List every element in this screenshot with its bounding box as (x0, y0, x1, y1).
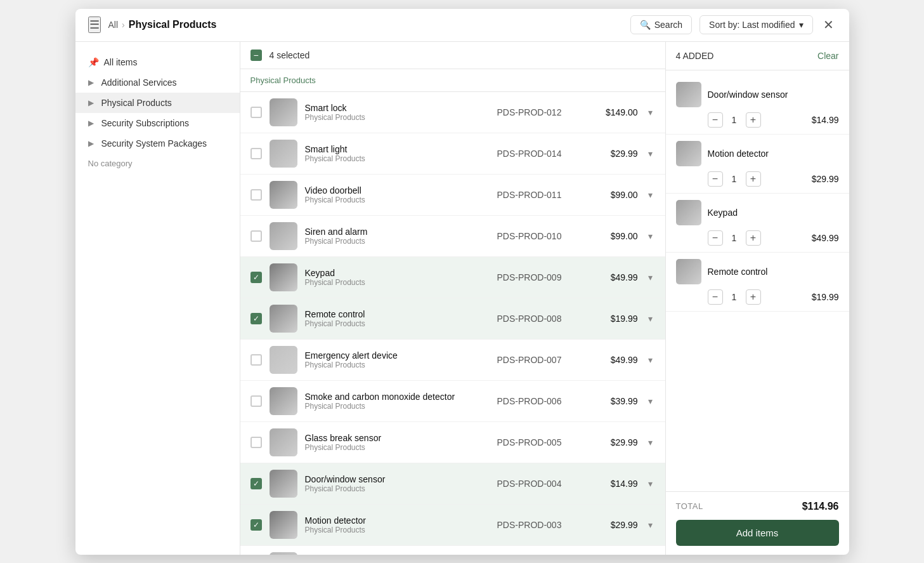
item-checkbox[interactable] (251, 189, 262, 201)
qty-increase-button[interactable]: + (746, 230, 761, 246)
table-row[interactable]: Emergency alert devicePhysical ProductsP… (240, 340, 665, 381)
item-name: Glass break sensor (305, 433, 490, 443)
clear-button[interactable]: Clear (817, 51, 838, 61)
expand-icon[interactable]: ▾ (646, 105, 655, 120)
expand-icon[interactable]: ▾ (646, 394, 655, 409)
close-button[interactable]: ✕ (821, 15, 836, 35)
added-item-image (676, 259, 701, 284)
added-count-label: 4 ADDED (676, 51, 714, 61)
item-name: Emergency alert device (305, 350, 490, 361)
qty-decrease-button[interactable]: − (708, 112, 723, 128)
item-price: $14.99 (587, 479, 638, 489)
item-category: Physical Products (305, 361, 490, 369)
expand-icon[interactable]: ▾ (646, 187, 655, 202)
expand-icon[interactable]: ▾ (646, 517, 655, 533)
sidebar-item-all-items[interactable]: 📌 All items (75, 52, 240, 72)
table-row[interactable]: Siren and alarmPhysical ProductsPDS-PROD… (240, 216, 665, 257)
expand-icon[interactable]: ▾ (646, 311, 655, 326)
item-checkbox[interactable] (251, 437, 262, 448)
item-category: Physical Products (305, 113, 490, 122)
item-checkbox[interactable] (251, 272, 262, 283)
item-info: Smart lockPhysical Products (305, 103, 490, 122)
pin-icon: 📌 (88, 57, 99, 67)
sort-button[interactable]: Sort by: Last modified ▾ (700, 15, 812, 34)
item-checkbox[interactable] (251, 313, 262, 324)
sidebar-item-additional-services[interactable]: ▶ Additional Services (75, 72, 240, 93)
item-checkbox[interactable] (251, 354, 262, 366)
qty-increase-button[interactable]: + (746, 112, 761, 128)
item-price: $49.99 (587, 355, 638, 365)
qty-increase-button[interactable]: + (746, 289, 761, 305)
expand-icon[interactable]: ▾ (646, 352, 655, 368)
table-row[interactable]: Smoke and carbon monoxide detectorPhysic… (240, 381, 665, 422)
item-sku: PDS-PROD-006 (497, 396, 580, 406)
qty-decrease-button[interactable]: − (708, 230, 723, 246)
item-checkbox[interactable] (251, 478, 262, 489)
items-list: Smart lockPhysical ProductsPDS-PROD-012$… (240, 92, 665, 555)
toolbar: − 4 selected (240, 42, 665, 69)
item-price: $149.00 (587, 107, 638, 117)
item-price: $29.99 (587, 520, 638, 530)
sidebar-physical-products-label: Physical Products (101, 98, 172, 108)
table-row[interactable]: Door/window sensorPhysical ProductsPDS-P… (240, 463, 665, 505)
qty-increase-button[interactable]: + (746, 171, 761, 187)
item-checkbox[interactable] (251, 519, 262, 531)
table-row[interactable]: Pet-friendly sensorPhysical ProductsPDS-… (240, 546, 665, 555)
added-item-price: $14.99 (812, 115, 839, 125)
sidebar-item-security-subscriptions[interactable]: ▶ Security Subscriptions (75, 113, 240, 133)
added-item: Motion detector−1+$29.99 (666, 135, 849, 194)
expand-icon[interactable]: ▾ (646, 146, 655, 161)
breadcrumb-all[interactable]: All (108, 20, 119, 30)
added-item-image (676, 141, 701, 166)
item-sku: PDS-PROD-014 (497, 149, 580, 159)
no-category-label: No category (75, 154, 240, 173)
table-row[interactable]: Smart lockPhysical ProductsPDS-PROD-012$… (240, 92, 665, 133)
search-button[interactable]: 🔍 Search (630, 15, 692, 34)
table-row[interactable]: Video doorbellPhysical ProductsPDS-PROD-… (240, 175, 665, 216)
table-row[interactable]: Motion detectorPhysical ProductsPDS-PROD… (240, 505, 665, 546)
item-price: $49.99 (587, 272, 638, 282)
search-label: Search (654, 20, 682, 30)
add-items-button[interactable]: Add items (676, 520, 839, 546)
table-row[interactable]: KeypadPhysical ProductsPDS-PROD-009$49.9… (240, 257, 665, 298)
qty-decrease-button[interactable]: − (708, 171, 723, 187)
item-category: Physical Products (305, 195, 490, 204)
menu-icon[interactable]: ☰ (88, 17, 101, 33)
added-item-price: $29.99 (812, 174, 839, 184)
item-name: Siren and alarm (305, 227, 490, 237)
added-item-name: Keypad (708, 208, 839, 218)
item-name: Motion detector (305, 515, 490, 526)
right-panel-footer: TOTAL $114.96 Add items (666, 491, 849, 555)
table-row[interactable]: Glass break sensorPhysical ProductsPDS-P… (240, 422, 665, 463)
chevron-right-icon-3: ▶ (88, 119, 94, 128)
item-checkbox[interactable] (251, 230, 262, 242)
modal-container: ☰ All › Physical Products 🔍 Search Sort … (75, 9, 849, 555)
item-category: Physical Products (305, 319, 490, 328)
table-row[interactable]: Remote controlPhysical ProductsPDS-PROD-… (240, 298, 665, 340)
qty-decrease-button[interactable]: − (708, 289, 723, 305)
expand-icon[interactable]: ▾ (646, 476, 655, 491)
sidebar-security-packages-label: Security System Packages (101, 138, 207, 149)
item-name: Remote control (305, 309, 490, 319)
item-checkbox[interactable] (251, 395, 262, 407)
item-checkbox[interactable] (251, 107, 262, 118)
modal-header: ☰ All › Physical Products 🔍 Search Sort … (75, 9, 849, 42)
item-info: Door/window sensorPhysical Products (305, 474, 490, 493)
chevron-right-icon: ▶ (88, 78, 94, 87)
expand-icon[interactable]: ▾ (646, 435, 655, 450)
right-panel: 4 ADDED Clear Door/window sensor−1+$14.9… (665, 42, 849, 555)
added-items-list: Door/window sensor−1+$14.99Motion detect… (666, 70, 849, 491)
expand-icon[interactable]: ▾ (646, 229, 655, 244)
selected-count: 4 selected (270, 50, 310, 60)
item-name: Smoke and carbon monoxide detector (305, 392, 490, 402)
select-all-checkbox[interactable]: − (251, 50, 262, 61)
table-row[interactable]: Smart lightPhysical ProductsPDS-PROD-014… (240, 133, 665, 175)
sidebar-item-security-system-packages[interactable]: ▶ Security System Packages (75, 133, 240, 154)
item-category: Physical Products (305, 484, 490, 493)
main-content: − 4 selected Physical Products Smart loc… (240, 42, 665, 555)
item-checkbox[interactable] (251, 148, 262, 159)
expand-icon[interactable]: ▾ (646, 270, 655, 285)
item-price: $29.99 (587, 437, 638, 447)
item-image (270, 387, 297, 415)
sidebar-item-physical-products[interactable]: ▶ Physical Products (75, 93, 240, 113)
